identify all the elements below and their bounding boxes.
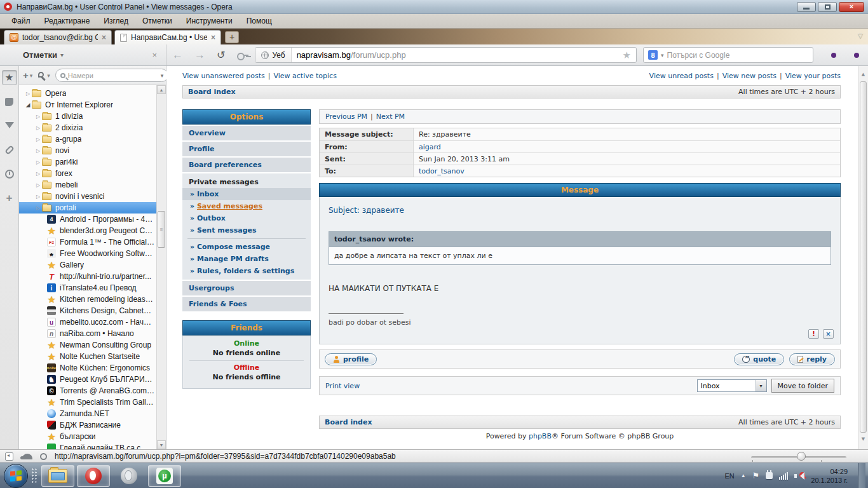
scroll-up-icon[interactable]: ▲ [157, 85, 166, 94]
scroll-up-icon[interactable]: ▲ [858, 70, 868, 79]
tree-folder[interactable]: ▷2 dixizia [19, 122, 166, 133]
power-plug-icon[interactable] [766, 472, 773, 479]
notes-panel-icon[interactable] [2, 94, 17, 109]
bookmark-item[interactable]: Kitchens Design, Cabnets, Fi... [19, 305, 166, 316]
bookmark-item[interactable]: Kitchen remodeling ideas fo... [19, 294, 166, 305]
print-view-link[interactable]: Print view [325, 382, 360, 390]
volume-muted-icon[interactable] [794, 471, 804, 480]
next-pm-link[interactable]: Next PM [376, 112, 405, 121]
link-unanswered[interactable]: View unanswered posts [182, 72, 265, 80]
tree-folder-portali-selected[interactable]: ▷portali [19, 202, 166, 214]
taskbar-opera-next-button[interactable] [112, 465, 146, 487]
nav-board-preferences[interactable]: Board preferences [182, 156, 311, 172]
downloads-panel-icon[interactable] [2, 118, 17, 133]
show-desktop-button[interactable] [858, 463, 865, 488]
bookmark-item[interactable]: Peugeot Клуб БЪЛГАРИЯ И... [19, 374, 166, 385]
nav-outbox[interactable]: Outbox [182, 212, 311, 224]
nav-rules-folders[interactable]: Rules, folders & settings [182, 265, 311, 277]
bookmark-item[interactable]: БДЖ Разписание [19, 419, 166, 431]
scrollbar-thumb[interactable]: ≡ [158, 211, 165, 248]
opera-unite-icon[interactable] [854, 53, 859, 58]
opera-link-icon[interactable] [831, 53, 836, 58]
move-to-folder-button[interactable]: Move to folder [771, 379, 834, 393]
status-circle-icon[interactable] [40, 453, 47, 460]
start-button[interactable] [4, 464, 28, 488]
bookmark-item[interactable]: Trim Specialists Trim Gallery [19, 396, 166, 408]
board-index-link[interactable]: Board index [325, 418, 372, 426]
reload-button[interactable]: ↺ [217, 50, 225, 60]
tab-forum-active[interactable]: НаправиСам.bg • User... × [114, 30, 221, 44]
menu-edit[interactable]: Редактиране [38, 15, 97, 27]
scroll-down-icon[interactable]: ▼ [858, 435, 868, 444]
history-panel-icon[interactable] [2, 166, 17, 182]
quote-button[interactable]: ”quote [734, 353, 784, 365]
link-your-posts[interactable]: View your posts [785, 72, 841, 80]
nav-manage-drafts[interactable]: Manage PM drafts [182, 253, 311, 265]
tree-folder-opera[interactable]: ▷ Opera [19, 88, 166, 99]
zoom-slider[interactable] [751, 450, 846, 463]
network-signal-icon[interactable] [779, 472, 788, 480]
tree-folder[interactable]: ▷1 divizia [19, 111, 166, 122]
bookmark-item[interactable]: Nolte Kuchen Startseite [19, 351, 166, 362]
nav-inbox[interactable]: Inbox [182, 188, 311, 200]
tab-list-icon[interactable]: ▽ [858, 32, 863, 39]
link-active-topics[interactable]: View active topics [273, 72, 336, 80]
search-engine-dropdown-icon[interactable]: ▾ [661, 52, 664, 58]
minimize-button[interactable] [797, 2, 816, 12]
add-bookmark-button[interactable]: +▾ [23, 70, 32, 81]
bookmark-item[interactable]: mebelito.ucoz.com - Начал... [19, 316, 166, 328]
bookmark-item[interactable]: blender3d.org Peugeot Con... [19, 225, 166, 236]
nav-sent-messages[interactable]: Sent messages [182, 224, 311, 236]
message-subject-link[interactable]: Subject: здравеите [329, 206, 831, 215]
bookmark-star-icon[interactable]: ★ [618, 50, 636, 61]
bookmark-item[interactable]: Free Woodworking Software... [19, 248, 166, 259]
bookmark-item[interactable]: Zamunda.NET [19, 408, 166, 419]
taskbar-explorer-button[interactable] [41, 465, 74, 487]
bookmark-item[interactable]: Torrents @ ArenaBG.com B... [19, 385, 166, 396]
folder-select[interactable]: Inbox ▾ [697, 379, 767, 392]
page-scrollbar[interactable]: ▲ ▼ [858, 66, 868, 449]
bookmarks-search[interactable]: ▾ [55, 69, 169, 82]
bookmark-item[interactable]: Android - Программы - 4P... [19, 214, 166, 225]
bookmark-item[interactable]: Гледай онлайн ТВ са с Sim... [19, 442, 166, 449]
site-badge[interactable]: Уеб [255, 48, 291, 62]
link-new-posts[interactable]: View new posts [722, 72, 776, 80]
panel-toggle-icon[interactable] [5, 452, 13, 461]
menu-file[interactable]: Файл [5, 15, 37, 27]
add-panel-icon[interactable]: + [2, 191, 17, 206]
new-tab-button[interactable]: + [225, 31, 239, 43]
bookmark-item[interactable]: iTranslate4.eu Превод [19, 282, 166, 294]
panel-title[interactable]: Отметки [23, 50, 57, 60]
address-input[interactable]: napravisam.bg/forum/ucp.php [292, 50, 618, 60]
chevron-down-icon[interactable]: ▾ [60, 51, 64, 58]
to-user-link[interactable]: todor_tsanov [414, 167, 470, 175]
bookmarks-panel-icon[interactable]: ★ [2, 70, 17, 85]
tab-close-icon[interactable]: × [102, 33, 106, 42]
back-button[interactable]: ← [172, 50, 183, 60]
action-center-flag-icon[interactable]: ⚑ [752, 471, 760, 480]
wand-password-icon[interactable] [237, 52, 248, 58]
forward-button[interactable]: → [194, 50, 205, 60]
zoom-knob[interactable] [797, 452, 806, 461]
tab-close-icon[interactable]: × [211, 33, 215, 42]
taskbar-opera-button[interactable] [77, 465, 110, 487]
nav-saved-messages[interactable]: Saved messages [182, 200, 311, 212]
nav-usergroups[interactable]: Usergroups [182, 280, 311, 295]
scroll-down-icon[interactable]: ▼ [157, 440, 166, 449]
language-indicator[interactable]: EN [724, 472, 734, 480]
bookmark-item[interactable]: Nolte Küchen: Ergonomics [19, 362, 166, 374]
close-button[interactable]: × [839, 2, 864, 12]
from-user-link[interactable]: aigard [414, 143, 446, 151]
taskbar-utorrent-button[interactable]: µ [148, 465, 181, 487]
taskbar-clock[interactable]: 04:29 20.1.2013 г. [811, 467, 851, 485]
search-input[interactable] [667, 51, 808, 60]
links-panel-icon[interactable] [2, 142, 17, 158]
report-button[interactable]: ! [808, 329, 819, 339]
nav-compose-message[interactable]: Compose message [182, 241, 311, 253]
nav-overview[interactable]: Overview [182, 125, 311, 140]
search-bar[interactable]: 8 ▾ [643, 47, 813, 63]
panel-close-icon[interactable]: × [152, 50, 157, 60]
bookmark-item[interactable]: http://kuhni-trio.ru/partner... [19, 271, 166, 282]
bookmark-item[interactable]: български [19, 431, 166, 442]
manage-bookmarks-button[interactable]: ▾ [37, 71, 50, 79]
